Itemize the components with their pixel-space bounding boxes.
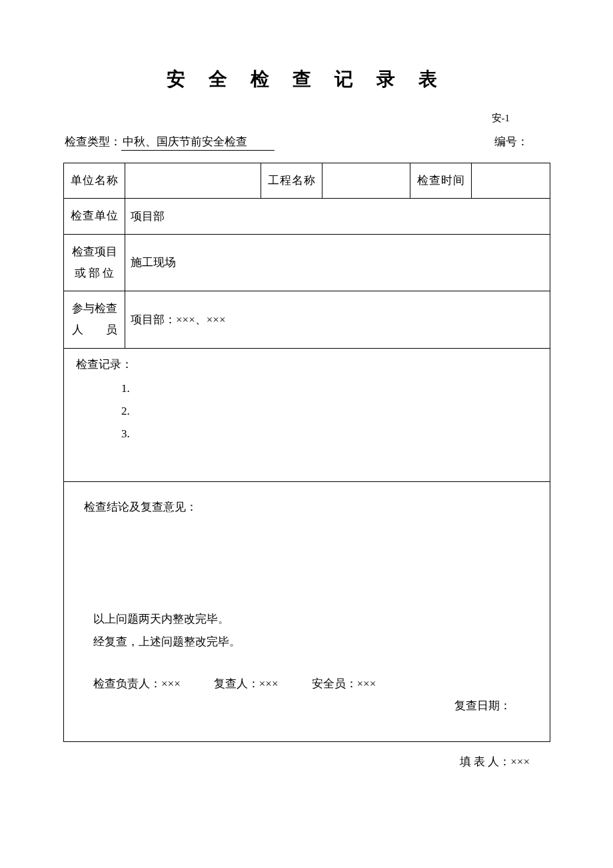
recheck-date: 复查日期： xyxy=(84,698,530,713)
conclusion-line2: 经复查，上述问题整改完毕。 xyxy=(93,631,530,653)
filled-by-label: 填 表 人： xyxy=(460,755,511,768)
check-type-field: 检查类型： 中秋、国庆节前安全检查 xyxy=(65,134,275,151)
check-responsible: 检查负责人：××× xyxy=(93,676,181,691)
meta-row: 检查类型： 中秋、国庆节前安全检查 编号： xyxy=(63,134,550,151)
check-type-label: 检查类型： xyxy=(65,134,121,149)
rechecker: 复查人：××× xyxy=(214,676,279,691)
serial-number-field: 编号： xyxy=(494,134,548,151)
form-code: 安-1 xyxy=(63,112,550,125)
list-item: 3. xyxy=(121,423,538,445)
safety-officer-value: ××× xyxy=(357,677,376,690)
rechecker-label: 复查人： xyxy=(214,677,259,690)
safety-officer-label: 安全员： xyxy=(312,677,357,690)
participants-label: 参与检查 人 员 xyxy=(64,291,125,349)
signature-row: 检查负责人：××× 复查人：××× 安全员：××× xyxy=(84,676,530,691)
unit-name-label: 单位名称 xyxy=(64,163,125,199)
serial-number-label: 编号： xyxy=(494,135,528,148)
unit-name-value xyxy=(125,163,261,199)
records-cell: 检查记录： 1. 2. 3. xyxy=(64,348,550,481)
check-responsible-label: 检查负责人： xyxy=(93,677,161,690)
participants-label-line1: 参与检查 xyxy=(69,298,119,319)
conclusion-cell: 检查结论及复查意见： 以上问题两天内整改完毕。 经复查，上述问题整改完毕。 检查… xyxy=(64,481,550,741)
page-title: 安 全 检 查 记 录 表 xyxy=(63,67,550,92)
list-item: 2. xyxy=(121,400,538,423)
check-item-label-line1: 检查项目 xyxy=(69,241,119,263)
records-list: 1. 2. 3. xyxy=(76,377,538,445)
project-name-label: 工程名称 xyxy=(261,163,322,199)
table-row: 参与检查 人 员 项目部：×××、××× xyxy=(64,291,550,349)
participants-label-line2: 人 员 xyxy=(69,319,119,341)
footer-filled-by: 填 表 人：××× xyxy=(63,754,550,769)
project-name-value xyxy=(322,163,410,199)
check-responsible-value: ××× xyxy=(161,677,181,690)
check-time-value xyxy=(472,163,550,199)
list-item: 1. xyxy=(121,377,538,400)
check-item-label-line2: 或 部 位 xyxy=(69,263,119,284)
records-title: 检查记录： xyxy=(76,357,538,372)
check-type-value: 中秋、国庆节前安全检查 xyxy=(121,134,275,151)
record-table: 单位名称 工程名称 检查时间 检查单位 项目部 检查项目 或 部 位 施工现场 … xyxy=(63,163,550,742)
participants-value: 项目部：×××、××× xyxy=(125,291,550,349)
check-unit-value: 项目部 xyxy=(125,199,550,234)
table-row: 检查结论及复查意见： 以上问题两天内整改完毕。 经复查，上述问题整改完毕。 检查… xyxy=(64,481,550,741)
safety-officer: 安全员：××× xyxy=(312,676,376,691)
check-item-value: 施工现场 xyxy=(125,234,550,291)
filled-by-value: ××× xyxy=(510,755,530,768)
table-row: 检查记录： 1. 2. 3. xyxy=(64,348,550,481)
table-row: 单位名称 工程名称 检查时间 xyxy=(64,163,550,199)
table-row: 检查项目 或 部 位 施工现场 xyxy=(64,234,550,291)
conclusion-line1: 以上问题两天内整改完毕。 xyxy=(93,608,530,631)
check-time-label: 检查时间 xyxy=(410,163,472,199)
conclusion-body: 以上问题两天内整改完毕。 经复查，上述问题整改完毕。 xyxy=(84,608,530,653)
check-unit-label: 检查单位 xyxy=(64,199,125,234)
check-item-label: 检查项目 或 部 位 xyxy=(64,234,125,291)
table-row: 检查单位 项目部 xyxy=(64,199,550,234)
conclusion-title: 检查结论及复查意见： xyxy=(84,499,530,515)
rechecker-value: ××× xyxy=(259,677,279,690)
